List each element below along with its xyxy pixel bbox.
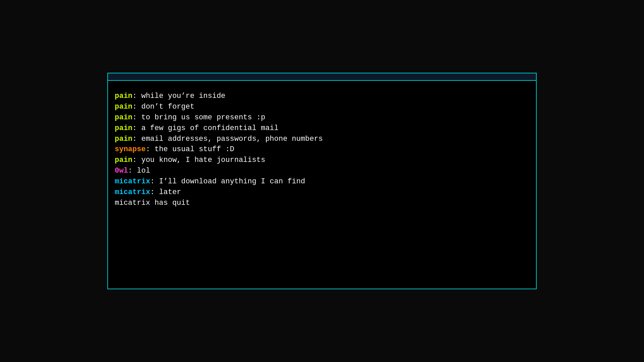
chat-line: pain: don’t forget: [115, 102, 529, 112]
chat-nick: synapse: [115, 145, 146, 154]
chat-line: pain: while you’re inside: [115, 91, 529, 102]
chat-message: : lol: [128, 167, 150, 175]
chat-line: micatrix: later: [115, 187, 529, 198]
chat-message: : you know, I hate journalists: [132, 156, 265, 164]
chat-message: : the usual stuff :D: [146, 145, 234, 154]
chat-message: : to bring us some presents :p: [132, 113, 265, 122]
chat-message: : later: [150, 188, 181, 196]
chat-nick: micatrix: [115, 188, 150, 196]
chat-line: pain: a few gigs of confidential mail: [115, 123, 529, 134]
chat-line: synapse: the usual stuff :D: [115, 144, 529, 155]
chat-nick: pain: [115, 103, 132, 111]
chat-message: : while you’re inside: [132, 92, 225, 100]
chat-area: pain: while you’re insidepain: don’t for…: [108, 81, 536, 289]
chat-message: : a few gigs of confidential mail: [132, 124, 279, 132]
chat-line: pain: email addresses, passwords, phone …: [115, 134, 529, 144]
chat-nick: pain: [115, 92, 132, 100]
chat-line: micatrix has quit: [115, 198, 529, 208]
chat-nick: pain: [115, 113, 132, 122]
chat-nick: pain: [115, 156, 132, 164]
chat-message: : don’t forget: [132, 103, 195, 111]
chat-message: : email addresses, passwords, phone numb…: [132, 135, 323, 143]
chat-nick: pain: [115, 124, 132, 132]
chat-line: pain: to bring us some presents :p: [115, 112, 529, 123]
chat-line: pain: you know, I hate journalists: [115, 155, 529, 166]
chat-nick: micatrix: [115, 177, 150, 186]
title-bar: [108, 73, 536, 81]
chat-nick: 0wl: [115, 167, 128, 175]
chat-message: : I’ll download anything I can find: [150, 177, 305, 186]
chat-line: 0wl: lol: [115, 166, 529, 176]
chat-line: micatrix: I’ll download anything I can f…: [115, 176, 529, 187]
chat-nick: pain: [115, 135, 132, 143]
irc-window: pain: while you’re insidepain: don’t for…: [107, 73, 537, 289]
